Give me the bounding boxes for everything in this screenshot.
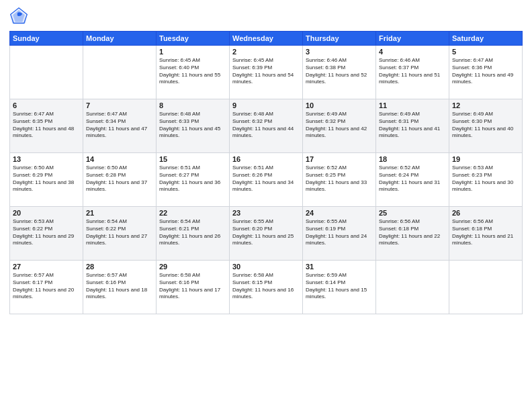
calendar-cell: 31Sunrise: 6:59 AM Sunset: 6:14 PM Dayli… bbox=[303, 261, 376, 314]
calendar-cell: 21Sunrise: 6:54 AM Sunset: 6:22 PM Dayli… bbox=[83, 207, 157, 261]
calendar-cell: 23Sunrise: 6:55 AM Sunset: 6:20 PM Dayli… bbox=[230, 207, 303, 261]
calendar-cell: 13Sunrise: 6:50 AM Sunset: 6:29 PM Dayli… bbox=[10, 153, 83, 207]
cell-info: Sunrise: 6:55 AM Sunset: 6:20 PM Dayligh… bbox=[232, 218, 300, 247]
calendar-cell: 3Sunrise: 6:46 AM Sunset: 6:38 PM Daylig… bbox=[303, 46, 376, 99]
cell-info: Sunrise: 6:54 AM Sunset: 6:22 PM Dayligh… bbox=[86, 218, 153, 247]
weekday-header-monday: Monday bbox=[83, 32, 157, 46]
calendar-cell: 4Sunrise: 6:46 AM Sunset: 6:37 PM Daylig… bbox=[376, 46, 449, 99]
calendar-cell: 1Sunrise: 6:45 AM Sunset: 6:40 PM Daylig… bbox=[157, 46, 230, 99]
calendar-cell: 5Sunrise: 6:47 AM Sunset: 6:36 PM Daylig… bbox=[449, 46, 523, 99]
cell-info: Sunrise: 6:48 AM Sunset: 6:33 PM Dayligh… bbox=[159, 111, 226, 140]
day-number: 13 bbox=[13, 155, 80, 163]
cell-info: Sunrise: 6:47 AM Sunset: 6:34 PM Dayligh… bbox=[86, 111, 153, 140]
cell-info: Sunrise: 6:45 AM Sunset: 6:40 PM Dayligh… bbox=[159, 57, 226, 86]
calendar-cell: 18Sunrise: 6:52 AM Sunset: 6:24 PM Dayli… bbox=[376, 153, 449, 207]
day-number: 11 bbox=[379, 101, 446, 109]
day-number: 15 bbox=[159, 155, 226, 163]
day-number: 25 bbox=[379, 209, 446, 217]
cell-info: Sunrise: 6:50 AM Sunset: 6:28 PM Dayligh… bbox=[86, 165, 153, 193]
weekday-header-wednesday: Wednesday bbox=[230, 32, 303, 46]
calendar-cell: 14Sunrise: 6:50 AM Sunset: 6:28 PM Dayli… bbox=[83, 153, 157, 207]
calendar-cell: 30Sunrise: 6:58 AM Sunset: 6:15 PM Dayli… bbox=[230, 261, 303, 314]
weekday-header-sunday: Sunday bbox=[10, 32, 83, 46]
day-number: 1 bbox=[159, 48, 226, 56]
weekday-header-tuesday: Tuesday bbox=[157, 32, 230, 46]
day-number: 21 bbox=[86, 209, 153, 217]
cell-info: Sunrise: 6:58 AM Sunset: 6:15 PM Dayligh… bbox=[232, 272, 300, 301]
day-number: 14 bbox=[86, 155, 153, 163]
cell-info: Sunrise: 6:55 AM Sunset: 6:19 PM Dayligh… bbox=[306, 218, 373, 247]
calendar-cell: 12Sunrise: 6:49 AM Sunset: 6:30 PM Dayli… bbox=[449, 99, 523, 153]
calendar-cell: 16Sunrise: 6:51 AM Sunset: 6:26 PM Dayli… bbox=[230, 153, 303, 207]
weekday-header-thursday: Thursday bbox=[303, 32, 376, 46]
week-row-5: 27Sunrise: 6:57 AM Sunset: 6:17 PM Dayli… bbox=[10, 261, 523, 314]
calendar-cell: 26Sunrise: 6:56 AM Sunset: 6:18 PM Dayli… bbox=[449, 207, 523, 261]
week-row-1: 1Sunrise: 6:45 AM Sunset: 6:40 PM Daylig… bbox=[10, 46, 523, 99]
cell-info: Sunrise: 6:49 AM Sunset: 6:31 PM Dayligh… bbox=[379, 111, 446, 140]
cell-info: Sunrise: 6:56 AM Sunset: 6:18 PM Dayligh… bbox=[452, 218, 519, 247]
cell-info: Sunrise: 6:46 AM Sunset: 6:38 PM Dayligh… bbox=[306, 57, 373, 86]
cell-info: Sunrise: 6:58 AM Sunset: 6:16 PM Dayligh… bbox=[159, 272, 226, 301]
calendar-cell: 17Sunrise: 6:52 AM Sunset: 6:25 PM Dayli… bbox=[303, 153, 376, 207]
calendar-cell: 25Sunrise: 6:56 AM Sunset: 6:18 PM Dayli… bbox=[376, 207, 449, 261]
week-row-3: 13Sunrise: 6:50 AM Sunset: 6:29 PM Dayli… bbox=[10, 153, 523, 207]
calendar-cell: 29Sunrise: 6:58 AM Sunset: 6:16 PM Dayli… bbox=[157, 261, 230, 314]
calendar-cell: 28Sunrise: 6:57 AM Sunset: 6:16 PM Dayli… bbox=[83, 261, 157, 314]
calendar-cell: 10Sunrise: 6:49 AM Sunset: 6:32 PM Dayli… bbox=[303, 99, 376, 153]
cell-info: Sunrise: 6:57 AM Sunset: 6:16 PM Dayligh… bbox=[86, 272, 153, 301]
day-number: 7 bbox=[86, 101, 153, 109]
day-number: 18 bbox=[379, 155, 446, 163]
calendar-cell: 22Sunrise: 6:54 AM Sunset: 6:21 PM Dayli… bbox=[157, 207, 230, 261]
day-number: 22 bbox=[159, 209, 226, 217]
weekday-header-row: SundayMondayTuesdayWednesdayThursdayFrid… bbox=[10, 32, 523, 46]
calendar-cell bbox=[10, 46, 83, 99]
cell-info: Sunrise: 6:45 AM Sunset: 6:39 PM Dayligh… bbox=[232, 57, 300, 86]
day-number: 31 bbox=[306, 263, 373, 271]
calendar-page: SundayMondayTuesdayWednesdayThursdayFrid… bbox=[0, 0, 532, 411]
weekday-header-saturday: Saturday bbox=[449, 32, 523, 46]
day-number: 26 bbox=[452, 209, 519, 217]
calendar-cell: 24Sunrise: 6:55 AM Sunset: 6:19 PM Dayli… bbox=[303, 207, 376, 261]
day-number: 10 bbox=[306, 101, 373, 109]
calendar-cell: 2Sunrise: 6:45 AM Sunset: 6:39 PM Daylig… bbox=[230, 46, 303, 99]
cell-info: Sunrise: 6:50 AM Sunset: 6:29 PM Dayligh… bbox=[13, 165, 80, 193]
cell-info: Sunrise: 6:59 AM Sunset: 6:14 PM Dayligh… bbox=[306, 272, 373, 301]
day-number: 16 bbox=[232, 155, 300, 163]
day-number: 19 bbox=[452, 155, 519, 163]
calendar-cell bbox=[376, 261, 449, 314]
cell-info: Sunrise: 6:49 AM Sunset: 6:30 PM Dayligh… bbox=[452, 111, 519, 140]
day-number: 12 bbox=[452, 101, 519, 109]
calendar-cell: 6Sunrise: 6:47 AM Sunset: 6:35 PM Daylig… bbox=[10, 99, 83, 153]
calendar-cell: 11Sunrise: 6:49 AM Sunset: 6:31 PM Dayli… bbox=[376, 99, 449, 153]
cell-info: Sunrise: 6:46 AM Sunset: 6:37 PM Dayligh… bbox=[379, 57, 446, 86]
calendar-cell: 8Sunrise: 6:48 AM Sunset: 6:33 PM Daylig… bbox=[157, 99, 230, 153]
day-number: 20 bbox=[13, 209, 80, 217]
day-number: 17 bbox=[306, 155, 373, 163]
day-number: 23 bbox=[232, 209, 300, 217]
calendar-table: SundayMondayTuesdayWednesdayThursdayFrid… bbox=[9, 31, 523, 314]
day-number: 27 bbox=[13, 263, 80, 271]
day-number: 28 bbox=[86, 263, 153, 271]
day-number: 8 bbox=[159, 101, 226, 109]
calendar-cell: 15Sunrise: 6:51 AM Sunset: 6:27 PM Dayli… bbox=[157, 153, 230, 207]
cell-info: Sunrise: 6:53 AM Sunset: 6:22 PM Dayligh… bbox=[13, 218, 80, 247]
cell-info: Sunrise: 6:51 AM Sunset: 6:27 PM Dayligh… bbox=[159, 165, 226, 193]
day-number: 9 bbox=[232, 101, 300, 109]
cell-info: Sunrise: 6:47 AM Sunset: 6:36 PM Dayligh… bbox=[452, 57, 519, 86]
calendar-cell bbox=[83, 46, 157, 99]
cell-info: Sunrise: 6:49 AM Sunset: 6:32 PM Dayligh… bbox=[306, 111, 373, 140]
logo-icon bbox=[9, 7, 28, 26]
cell-info: Sunrise: 6:54 AM Sunset: 6:21 PM Dayligh… bbox=[159, 218, 226, 247]
day-number: 3 bbox=[306, 48, 373, 56]
day-number: 24 bbox=[306, 209, 373, 217]
header bbox=[9, 7, 523, 26]
cell-info: Sunrise: 6:47 AM Sunset: 6:35 PM Dayligh… bbox=[13, 111, 80, 140]
calendar-cell: 9Sunrise: 6:48 AM Sunset: 6:32 PM Daylig… bbox=[230, 99, 303, 153]
day-number: 29 bbox=[159, 263, 226, 271]
day-number: 4 bbox=[379, 48, 446, 56]
cell-info: Sunrise: 6:56 AM Sunset: 6:18 PM Dayligh… bbox=[379, 218, 446, 247]
cell-info: Sunrise: 6:51 AM Sunset: 6:26 PM Dayligh… bbox=[232, 165, 300, 193]
day-number: 6 bbox=[13, 101, 80, 109]
cell-info: Sunrise: 6:48 AM Sunset: 6:32 PM Dayligh… bbox=[232, 111, 300, 140]
cell-info: Sunrise: 6:52 AM Sunset: 6:24 PM Dayligh… bbox=[379, 165, 446, 193]
